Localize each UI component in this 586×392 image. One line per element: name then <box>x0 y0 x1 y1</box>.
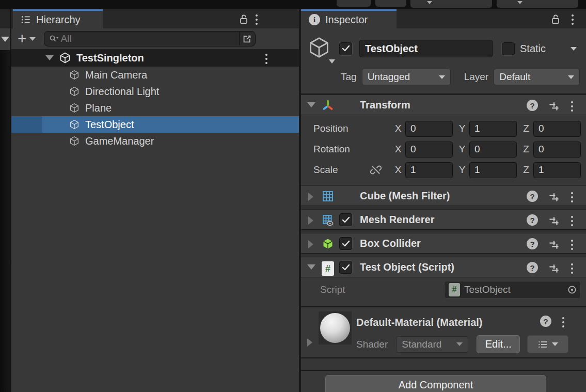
scene-menu-kebab-icon[interactable] <box>264 53 268 65</box>
shader-dropdown[interactable]: Standard <box>396 336 468 353</box>
material-kebab-icon[interactable] <box>561 316 565 328</box>
expander-down-icon[interactable] <box>307 102 315 107</box>
presets-icon[interactable] <box>548 215 560 226</box>
hierarchy-item-main-camera[interactable]: Main Camera <box>11 67 299 83</box>
presets-icon[interactable] <box>548 100 560 112</box>
chevron-down-icon <box>1 37 9 42</box>
material-expander-icon[interactable] <box>307 338 312 347</box>
gameobject-name-field[interactable] <box>359 40 493 57</box>
link-off-icon[interactable] <box>370 164 382 176</box>
hierarchy-item-gamemanager[interactable]: GameManager <box>11 133 299 149</box>
shader-label: Shader <box>356 339 388 350</box>
position-z-input[interactable] <box>533 121 581 137</box>
chevron-down-icon <box>329 59 335 64</box>
gameobject-icon-button[interactable] <box>307 36 339 61</box>
help-icon[interactable]: ? <box>527 238 538 249</box>
inspector-panel: i Inspector <box>301 9 586 392</box>
tab-inspector[interactable]: i Inspector <box>301 9 397 28</box>
layers-dropdown-fragment[interactable] <box>410 0 492 8</box>
left-panel-body-edge <box>0 50 10 392</box>
tab-label: Hierarchy <box>36 14 81 26</box>
item-label: Directional Light <box>85 86 159 98</box>
layout-dropdown-fragment[interactable] <box>497 0 578 8</box>
component-kebab-icon[interactable] <box>570 191 574 203</box>
component-enabled-checkbox[interactable] <box>339 213 352 226</box>
edit-shader-button[interactable]: Edit... <box>477 335 520 353</box>
static-checkbox[interactable] <box>502 42 515 55</box>
search-icon[interactable] <box>49 35 59 43</box>
transform-body: Position X Y Z Rotation X Y Z Scale <box>301 115 586 185</box>
add-component-button[interactable]: Add Component <box>325 375 546 392</box>
tab-hierarchy[interactable]: Hierarchy <box>13 9 103 28</box>
toolbar-button-fragment[interactable] <box>375 0 406 7</box>
material-preview-thumbnail[interactable] <box>319 311 352 344</box>
scene-expander-icon[interactable] <box>45 55 54 60</box>
search-popout-icon[interactable] <box>239 32 255 45</box>
component-kebab-icon[interactable] <box>570 100 574 113</box>
help-icon[interactable]: ? <box>527 100 538 111</box>
material-options-button[interactable] <box>527 335 568 353</box>
component-enabled-checkbox[interactable] <box>339 237 352 250</box>
scale-label: Scale <box>313 164 370 176</box>
layer-value: Default <box>499 71 568 83</box>
search-input[interactable] <box>61 33 255 44</box>
inspector-menu-kebab-icon[interactable] <box>571 13 575 26</box>
rotation-z-input[interactable] <box>533 142 581 158</box>
hierarchy-item-testobject[interactable]: TestObject <box>11 116 299 133</box>
component-header-test-object-script[interactable]: # Test Object (Script) ? <box>301 257 586 277</box>
help-icon[interactable]: ? <box>527 262 538 273</box>
scale-z-input[interactable] <box>533 162 581 178</box>
position-y-input[interactable] <box>469 121 517 137</box>
scale-y-input[interactable] <box>469 162 517 178</box>
component-header-mesh-renderer[interactable]: Mesh Renderer ? <box>301 209 586 230</box>
component-kebab-icon[interactable] <box>570 215 574 227</box>
layer-dropdown[interactable]: Default <box>494 69 580 85</box>
lock-icon[interactable] <box>551 13 560 27</box>
create-object-button[interactable]: + <box>18 32 36 45</box>
expander-right-icon[interactable] <box>308 193 313 201</box>
plus-icon: + <box>18 32 27 45</box>
gameobject-cube-icon <box>69 102 80 114</box>
tag-dropdown[interactable]: Untagged <box>362 69 451 85</box>
help-icon[interactable]: ? <box>527 191 538 202</box>
static-dropdown-icon[interactable] <box>571 47 577 51</box>
scale-x-input[interactable] <box>405 162 453 178</box>
component-kebab-icon[interactable] <box>570 239 574 251</box>
script-object-field[interactable]: # TestObject <box>444 281 581 299</box>
tag-value: Untagged <box>368 71 439 83</box>
chevron-down-icon <box>439 75 445 79</box>
hierarchy-menu-kebab-icon[interactable] <box>255 13 259 26</box>
help-icon[interactable]: ? <box>540 316 551 327</box>
expander-right-icon[interactable] <box>308 240 313 248</box>
x-axis-label: X <box>394 164 402 176</box>
rotation-y-input[interactable] <box>469 142 517 158</box>
component-title: Box Collider <box>360 238 421 249</box>
position-x-input[interactable] <box>405 121 453 137</box>
mesh-filter-icon <box>322 190 334 202</box>
presets-icon[interactable] <box>548 191 560 202</box>
presets-icon[interactable] <box>548 262 560 274</box>
component-header-transform[interactable]: Transform ? <box>301 95 586 115</box>
hierarchy-item-directional-light[interactable]: Directional Light <box>11 83 299 100</box>
inspector-spacer-strip <box>301 357 586 371</box>
item-label: Plane <box>85 102 112 114</box>
object-picker-icon[interactable] <box>567 285 577 295</box>
expander-down-icon[interactable] <box>307 264 315 270</box>
help-icon[interactable]: ? <box>527 214 538 226</box>
tab-label: Inspector <box>325 14 368 26</box>
active-checkbox[interactable] <box>339 42 352 55</box>
script-property-row: Script # TestObject <box>301 277 586 302</box>
left-panel-dropdown-edge[interactable] <box>0 28 10 50</box>
component-kebab-icon[interactable] <box>570 262 574 275</box>
scene-header-row[interactable]: TestSingleton <box>11 49 299 67</box>
component-enabled-checkbox[interactable] <box>339 261 352 274</box>
component-header-mesh-filter[interactable]: Cube (Mesh Filter) ? <box>301 185 586 206</box>
lock-icon[interactable] <box>239 13 248 27</box>
presets-icon[interactable] <box>548 239 560 250</box>
toolbar-button-fragment[interactable] <box>337 0 371 7</box>
expander-right-icon[interactable] <box>308 216 313 225</box>
hierarchy-item-plane[interactable]: Plane <box>11 100 299 116</box>
component-header-box-collider[interactable]: Box Collider ? <box>301 233 586 254</box>
material-section: Default-Material (Material) ? Shader Sta… <box>301 306 586 357</box>
rotation-x-input[interactable] <box>405 142 453 158</box>
